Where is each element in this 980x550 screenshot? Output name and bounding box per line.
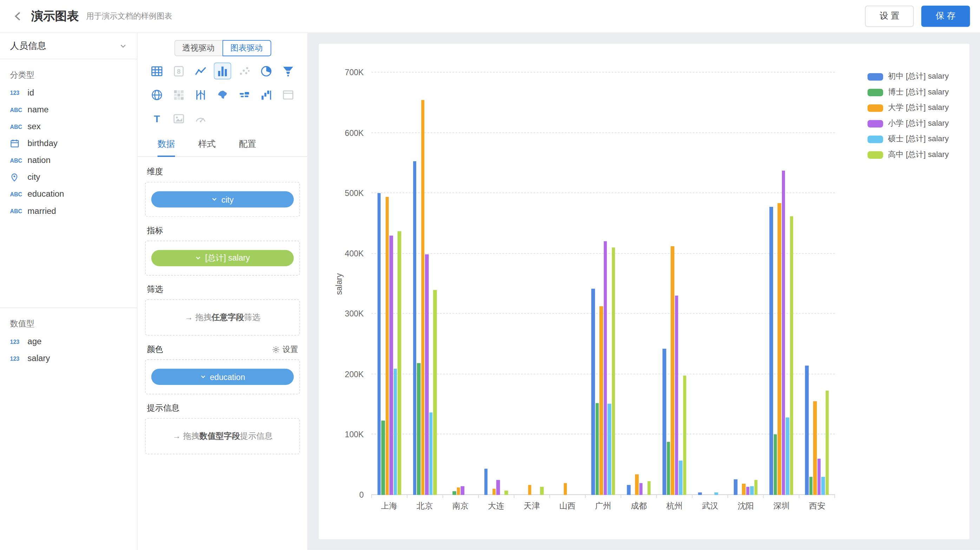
bar[interactable]: [453, 491, 456, 495]
bar[interactable]: [683, 375, 686, 495]
bar[interactable]: [675, 296, 678, 495]
bar[interactable]: [398, 231, 401, 495]
bar[interactable]: [778, 203, 781, 495]
chart-type-text-icon[interactable]: T: [148, 110, 166, 127]
field-item-city[interactable]: city: [0, 168, 137, 186]
bar[interactable]: [782, 171, 785, 495]
bar[interactable]: [611, 248, 615, 495]
bar[interactable]: [750, 486, 754, 495]
field-item-id[interactable]: 123id: [0, 84, 137, 101]
bar[interactable]: [595, 403, 599, 495]
field-item-age[interactable]: 123age: [0, 333, 137, 350]
chart-type-funnel-icon[interactable]: [279, 62, 297, 79]
bar[interactable]: [818, 459, 821, 495]
bar[interactable]: [805, 366, 809, 495]
bar[interactable]: [413, 161, 416, 495]
bar[interactable]: [457, 488, 460, 495]
color-dropzone[interactable]: education: [145, 359, 300, 394]
bar[interactable]: [648, 481, 651, 495]
config-tab-style[interactable]: 样式: [198, 133, 216, 156]
bar[interactable]: [627, 485, 630, 495]
field-item-education[interactable]: ABCeducation: [0, 186, 137, 202]
field-item-birthday[interactable]: birthday: [0, 135, 137, 152]
chart-type-table-icon[interactable]: [148, 62, 166, 79]
bar[interactable]: [786, 418, 789, 495]
chart-type-word-cloud-icon[interactable]: [236, 86, 253, 103]
tooltip-dropzone[interactable]: →拖拽数值型字段提示信息: [145, 418, 300, 454]
bar[interactable]: [698, 493, 702, 495]
bar[interactable]: [484, 469, 488, 495]
field-item-nation[interactable]: ABCnation: [0, 152, 137, 168]
dataset-selector[interactable]: 人员信息: [0, 33, 137, 59]
bar[interactable]: [770, 207, 773, 495]
bar[interactable]: [599, 306, 603, 495]
bar[interactable]: [742, 483, 746, 495]
legend-item[interactable]: 大学 [总计] salary: [867, 100, 949, 116]
metric-dropzone[interactable]: [总计] salary: [145, 241, 300, 276]
legend-item[interactable]: 初中 [总计] salary: [867, 69, 949, 84]
bar[interactable]: [603, 242, 607, 495]
chart-type-parallel-icon[interactable]: [192, 86, 209, 103]
bar[interactable]: [540, 487, 544, 495]
field-item-name[interactable]: ABCname: [0, 101, 137, 118]
bar[interactable]: [504, 491, 508, 495]
chart-type-china-map-icon[interactable]: [214, 86, 231, 103]
metric-pill-salary[interactable]: [总计] salary: [151, 250, 294, 266]
bar[interactable]: [809, 477, 813, 495]
dimension-pill-city[interactable]: city: [151, 191, 294, 207]
bar[interactable]: [393, 369, 397, 495]
color-pill-education[interactable]: education: [151, 369, 294, 385]
chart-type-line-icon[interactable]: [192, 62, 209, 79]
chart-type-world-map-icon[interactable]: [148, 86, 166, 103]
chart-type-pie-icon[interactable]: [258, 62, 275, 79]
bar[interactable]: [639, 483, 643, 495]
chart-type-waterfall-icon[interactable]: [258, 86, 275, 103]
bar[interactable]: [826, 391, 829, 495]
bar[interactable]: [429, 412, 433, 495]
bar[interactable]: [635, 474, 639, 495]
dimension-dropzone[interactable]: city: [145, 182, 300, 217]
legend-item[interactable]: 硕士 [总计] salary: [867, 131, 949, 147]
bar[interactable]: [679, 461, 682, 495]
legend-item[interactable]: 博士 [总计] salary: [867, 84, 949, 100]
bar[interactable]: [385, 197, 389, 495]
bar[interactable]: [390, 235, 393, 495]
bar[interactable]: [421, 100, 425, 495]
settings-button[interactable]: 设 置: [865, 6, 914, 27]
bar[interactable]: [433, 290, 437, 495]
bar[interactable]: [461, 486, 465, 495]
bar[interactable]: [734, 479, 738, 495]
field-item-salary[interactable]: 123salary: [0, 350, 137, 367]
bar[interactable]: [813, 401, 817, 495]
drive-tab-chart[interactable]: 图表驱动: [222, 40, 271, 56]
bar[interactable]: [528, 485, 531, 495]
bar[interactable]: [417, 364, 420, 495]
bar[interactable]: [492, 489, 496, 495]
bar[interactable]: [774, 434, 777, 495]
chart-type-bar-icon[interactable]: [214, 62, 231, 79]
bar[interactable]: [608, 404, 611, 495]
bar[interactable]: [662, 349, 666, 495]
drive-tab-pivot[interactable]: 透视驱动: [174, 40, 222, 56]
bar[interactable]: [425, 254, 428, 495]
bar[interactable]: [564, 483, 567, 495]
bar[interactable]: [822, 477, 825, 495]
bar[interactable]: [746, 487, 749, 495]
bar[interactable]: [714, 493, 718, 495]
back-button[interactable]: [10, 8, 26, 24]
legend-item[interactable]: 高中 [总计] salary: [867, 147, 949, 162]
save-button[interactable]: 保 存: [921, 6, 970, 27]
color-settings-button[interactable]: 设置: [272, 344, 298, 355]
legend-item[interactable]: 小学 [总计] salary: [867, 116, 949, 131]
config-tab-setting[interactable]: 配置: [239, 133, 256, 156]
bar[interactable]: [790, 216, 794, 495]
field-item-sex[interactable]: ABCsex: [0, 118, 137, 135]
field-item-married[interactable]: ABCmarried: [0, 203, 137, 219]
bar[interactable]: [671, 246, 675, 495]
bar[interactable]: [381, 421, 385, 495]
bar[interactable]: [667, 442, 670, 495]
bar[interactable]: [496, 480, 500, 495]
filter-dropzone[interactable]: →拖拽任意字段筛选: [145, 299, 300, 335]
config-tab-data[interactable]: 数据: [158, 133, 175, 156]
bar[interactable]: [591, 289, 595, 495]
